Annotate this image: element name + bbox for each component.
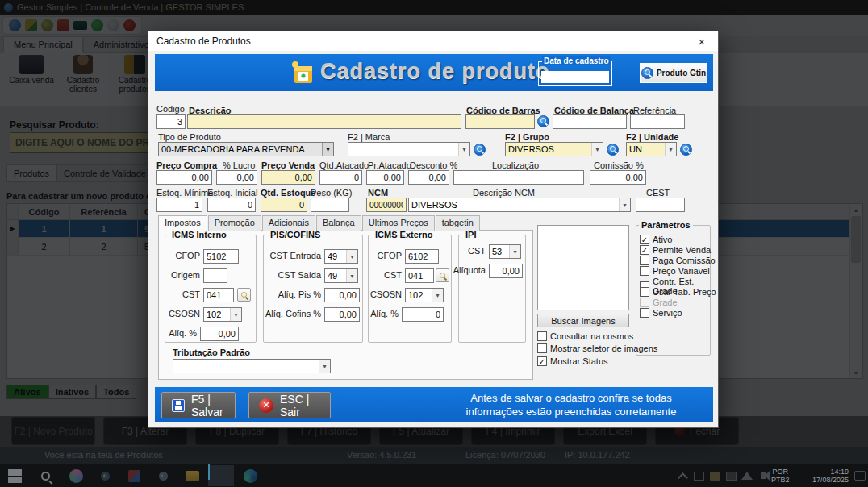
wifi-icon[interactable] (739, 468, 755, 484)
product-image-box[interactable] (537, 225, 629, 310)
preco-compra-input[interactable] (156, 170, 212, 185)
icms-int-cst-input[interactable] (203, 288, 234, 302)
taskbar-search-button[interactable] (37, 468, 53, 484)
dialog-footer: F5 | Salvar ESC | Sair Antes de salvar o… (155, 387, 713, 422)
tab-impostos[interactable]: Impostos (158, 215, 207, 231)
copilot-app-icon[interactable] (68, 468, 84, 484)
tipo-produto-combobox[interactable]: 00-MERCADORIA PARA REVENDA (158, 142, 334, 156)
cod-barras-input[interactable] (465, 114, 535, 129)
icms-ext-cfop-input[interactable] (405, 249, 439, 264)
checkbox-ativo[interactable]: Ativo (640, 235, 672, 244)
tray-photo-icon[interactable] (707, 468, 723, 484)
sair-button[interactable]: ESC | Sair (248, 392, 331, 418)
qtd-estoque-input[interactable] (261, 198, 307, 212)
desconto-input[interactable] (408, 170, 449, 185)
start-button[interactable] (6, 468, 23, 484)
icms-ext-aliq-input[interactable] (402, 307, 444, 322)
grid-app-icon[interactable] (126, 468, 142, 484)
chrome-alt-app-icon[interactable] (155, 468, 171, 484)
gestor-app-taskbar-button[interactable] (208, 465, 234, 486)
marca-combobox[interactable] (348, 142, 470, 156)
comissao-input[interactable] (590, 170, 646, 185)
checkbox-label: Paga Comissão (653, 256, 716, 265)
checkbox-paga-comissao[interactable]: Paga Comissão (640, 256, 716, 265)
tray-window-icon[interactable] (691, 468, 707, 484)
grupo-combobox[interactable]: DIVERSOS (505, 142, 603, 156)
tab-ultimos-precos[interactable]: Ultimos Preços (362, 215, 435, 231)
checkbox-consultar-cosmos[interactable]: Consultar na cosmos (537, 331, 633, 341)
cst-entrada-combobox[interactable]: 49 (324, 249, 358, 264)
tray-chevron-up-icon[interactable] (674, 468, 691, 484)
cest-input[interactable] (636, 198, 685, 212)
chrome-app-icon[interactable] (97, 468, 113, 484)
checkbox-mostrar-status[interactable]: Mostrar Status (537, 356, 608, 366)
clock[interactable]: 14:19 17/08/2025 (799, 468, 849, 484)
file-explorer-icon[interactable] (184, 468, 200, 484)
checkbox-grade[interactable]: Grade (640, 298, 678, 307)
csosn-label: CSOSN (165, 309, 200, 318)
lucro-label: % Lucro (223, 160, 255, 170)
language-indicator[interactable]: POR PTB2 (771, 468, 790, 484)
tray-app-icon[interactable] (723, 468, 739, 484)
marca-search-icon[interactable] (474, 144, 486, 156)
unidade-search-icon[interactable] (680, 144, 692, 156)
icms-int-origem-input[interactable] (203, 268, 227, 283)
save-floppy-icon (172, 399, 185, 412)
checkbox-usar-tab-preco[interactable]: Usar Tab. Preço (640, 287, 716, 297)
grupo-search-icon[interactable] (607, 144, 619, 156)
pr-atacado-input[interactable] (366, 170, 404, 185)
qtd-estoque-label: Qtd. Estoque (261, 188, 315, 198)
cst-saida-combobox[interactable]: 49 (324, 268, 358, 283)
aliq-cofins-input[interactable] (324, 307, 360, 322)
close-icon[interactable] (694, 34, 710, 48)
estoq-minimo-input[interactable] (156, 198, 202, 212)
ipi-cst-combobox[interactable]: 53 (489, 244, 521, 259)
tab-adicionais[interactable]: Adicionais (262, 215, 315, 231)
data-cadastro-input[interactable] (541, 71, 609, 83)
tab-balanca[interactable]: Balança (316, 215, 361, 231)
produto-gtin-button[interactable]: Produto Gtin (640, 63, 707, 83)
barcode-search-icon[interactable] (537, 115, 549, 127)
edge-app-icon[interactable] (242, 468, 258, 484)
cst-lookup-icon[interactable] (237, 288, 251, 302)
preco-venda-label: Preço Venda (261, 160, 315, 170)
chevron-down-icon (230, 308, 241, 321)
aliq-pis-label: Alíq. Pis % (263, 289, 321, 299)
estoq-inicial-input[interactable] (207, 198, 256, 212)
chevron-down-icon (322, 143, 333, 156)
referencia-input[interactable] (630, 114, 685, 129)
save-warning-line2: informações estão preenchidas corretamen… (437, 406, 705, 418)
peso-input[interactable] (311, 198, 349, 212)
ipi-aliquota-input[interactable] (489, 264, 523, 278)
aliq-pis-input[interactable] (324, 288, 360, 302)
cod-balanca-input[interactable] (553, 114, 627, 129)
banner-title: Cadastro de produto (320, 59, 550, 84)
preco-venda-input[interactable] (261, 170, 315, 185)
notification-center-icon[interactable] (852, 468, 868, 484)
icms-int-csosn-combobox[interactable]: 102 (203, 307, 242, 322)
ncm-input[interactable] (366, 198, 407, 212)
unidade-combobox[interactable]: UN (626, 142, 677, 156)
tab-tabgetin[interactable]: tabgetin (436, 215, 480, 231)
descricao-input[interactable] (187, 114, 461, 129)
volume-icon[interactable] (755, 468, 771, 484)
icms-ext-cst-input[interactable] (405, 268, 434, 283)
checkbox-servico[interactable]: Serviço (640, 308, 682, 318)
codigo-input[interactable] (156, 114, 186, 129)
checkbox-preco-variavel[interactable]: Preço Variavel (640, 266, 710, 276)
checkbox-permite-venda[interactable]: Permite Venda (640, 245, 711, 255)
tributacao-combobox[interactable] (173, 359, 331, 373)
descricao-ncm-combobox[interactable]: DIVERSOS (408, 198, 631, 212)
ncm-label: NCM (368, 188, 388, 198)
taskbar: POR PTB2 14:19 17/08/2025 (0, 464, 868, 487)
lucro-input[interactable] (216, 170, 257, 185)
localizacao-input[interactable] (453, 170, 584, 185)
icms-int-cfop-input[interactable] (203, 249, 239, 264)
buscar-imagens-button[interactable]: Buscar Imagens (537, 314, 629, 327)
icms-int-aliq-input[interactable] (200, 327, 239, 341)
checkbox-icon (640, 266, 649, 276)
salvar-button[interactable]: F5 | Salvar (161, 392, 236, 418)
tab-promocao[interactable]: Promoção (208, 215, 261, 231)
icms-ext-csosn-combobox[interactable]: 102 (405, 288, 444, 302)
qtd-atacado-input[interactable] (319, 170, 362, 185)
